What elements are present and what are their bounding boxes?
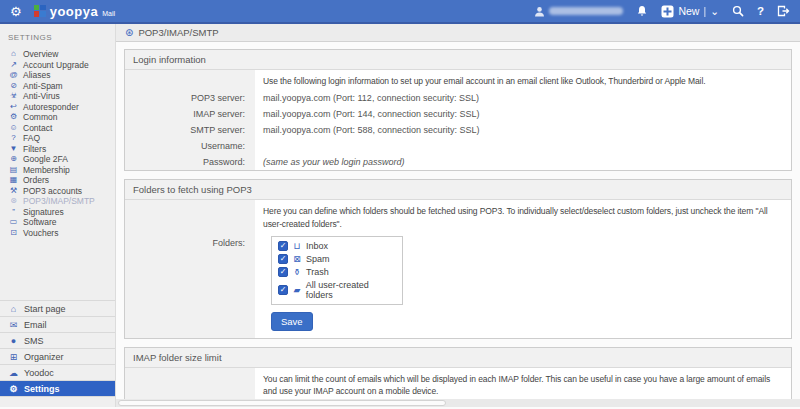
app-item-yoodoc[interactable]: ☁Yoodoc bbox=[0, 365, 115, 381]
sidebar-item-label: Common bbox=[23, 112, 57, 123]
sidebar-item-anti-spam[interactable]: ⊘Anti-Spam bbox=[8, 81, 111, 92]
folder-item-label: Trash bbox=[306, 267, 329, 277]
account-upgrade-icon: ↗ bbox=[8, 60, 19, 71]
folders-save-button[interactable]: Save bbox=[271, 312, 313, 331]
yoodoc-icon: ☁ bbox=[8, 368, 19, 378]
user-email-redacted bbox=[549, 7, 623, 15]
sidebar-item-aliases[interactable]: @Aliases bbox=[8, 70, 111, 81]
sidebar-item-vouchers[interactable]: ⊡Vouchers bbox=[8, 228, 111, 239]
app-item-email[interactable]: ✉Email bbox=[0, 317, 115, 333]
section-title: IMAP folder size limit bbox=[125, 348, 791, 368]
pop3-server-label: POP3 server: bbox=[125, 90, 255, 106]
help-icon[interactable]: ? bbox=[757, 5, 764, 17]
folder-item-inbox: ✓ ⊔ Inbox bbox=[278, 241, 396, 251]
settings-gear-icon[interactable]: ⚙ bbox=[10, 5, 22, 18]
sidebar-item-label: Membership bbox=[23, 165, 70, 176]
app-item-label: Settings bbox=[24, 384, 60, 394]
new-button-label: New bbox=[678, 5, 699, 17]
sidebar-item-label: POP3 accounts bbox=[23, 186, 82, 197]
sidebar-item-label: Software bbox=[23, 217, 57, 228]
label-spacer bbox=[125, 200, 255, 233]
new-divider: | bbox=[703, 5, 706, 17]
anti-spam-icon: ⊘ bbox=[8, 81, 19, 92]
label-spacer bbox=[125, 368, 255, 401]
login-row-imap: IMAP server: mail.yoopya.com (Port: 144,… bbox=[125, 106, 791, 122]
login-intro-text: Use the following login information to s… bbox=[255, 70, 791, 90]
folder-item-label: Inbox bbox=[306, 241, 328, 251]
search-icon[interactable] bbox=[732, 5, 744, 17]
new-button[interactable]: New | ⌄ bbox=[661, 5, 719, 18]
sidebar-item-label: Signatures bbox=[23, 207, 64, 218]
logout-icon[interactable] bbox=[777, 5, 790, 17]
sidebar-item-overview[interactable]: ⌂Overview bbox=[8, 49, 111, 60]
imap-limit-intro-text: You can limit the count of emails which … bbox=[255, 368, 791, 401]
content-area: Login information Use the following logi… bbox=[116, 42, 800, 407]
sidebar-item-label: Anti-Virus bbox=[23, 91, 60, 102]
sidebar-item-faq[interactable]: ?FAQ bbox=[8, 133, 111, 144]
sidebar-item-google-2fa[interactable]: ⊕Google 2FA bbox=[8, 154, 111, 165]
signatures-icon: ” bbox=[8, 207, 19, 218]
brand-logo[interactable]: yoopya Mail bbox=[34, 5, 115, 18]
sidebar-item-signatures[interactable]: ”Signatures bbox=[8, 207, 111, 218]
sidebar-item-label: Account Upgrade bbox=[23, 60, 89, 71]
password-label: Password: bbox=[125, 154, 255, 170]
password-value: (same as your web login password) bbox=[255, 157, 791, 167]
app-item-sms[interactable]: ●SMS bbox=[0, 333, 115, 349]
folders-intro-text: Here you can define which folders should… bbox=[255, 200, 791, 233]
sidebar-item-orders[interactable]: ▦Orders bbox=[8, 175, 111, 186]
sidebar-item-label: Anti-Spam bbox=[23, 81, 63, 92]
horizontal-scrollbar[interactable] bbox=[116, 399, 800, 407]
user-icon bbox=[534, 6, 545, 17]
inbox-checkbox[interactable]: ✓ bbox=[278, 241, 288, 251]
page-title: POP3/IMAP/SMTP bbox=[138, 27, 218, 38]
sidebar-item-pop3-imap-smtp: ⊛POP3/IMAP/SMTP bbox=[8, 196, 111, 207]
top-bar: ⚙ yoopya Mail New | ⌄ ? bbox=[0, 0, 800, 24]
section-folders-fetch: Folders to fetch using POP3 Here you can… bbox=[124, 179, 792, 339]
notifications-bell-icon[interactable] bbox=[636, 5, 648, 17]
sidebar-item-pop3-accounts[interactable]: ⚒POP3 accounts bbox=[8, 186, 111, 197]
folders-listbox: ✓ ⊔ Inbox ✓ ⊠ Spam ✓ ⚱ Trash bbox=[271, 236, 403, 305]
sidebar-item-common[interactable]: ⚙Common bbox=[8, 112, 111, 123]
brand-name: yoopya bbox=[50, 6, 99, 18]
sidebar-item-account-upgrade[interactable]: ↗Account Upgrade bbox=[8, 60, 111, 71]
sidebar-footer-spacer bbox=[0, 397, 115, 407]
all-folders-checkbox[interactable]: ✓ bbox=[278, 285, 288, 295]
app-item-label: Email bbox=[24, 320, 47, 330]
organizer-icon: ⊞ bbox=[8, 352, 19, 362]
app-item-settings[interactable]: ⚙Settings bbox=[0, 381, 115, 397]
folders-label: Folders: bbox=[125, 233, 255, 307]
email-icon: ✉ bbox=[8, 320, 19, 330]
start-page-icon: ⌂ bbox=[8, 304, 19, 314]
google-2fa-icon: ⊕ bbox=[8, 154, 19, 165]
sidebar-item-software[interactable]: ▭Software bbox=[8, 217, 111, 228]
sidebar-item-label: Aliases bbox=[23, 70, 50, 81]
trash-checkbox[interactable]: ✓ bbox=[278, 267, 288, 277]
sidebar-item-contact[interactable]: ☺Contact bbox=[8, 123, 111, 134]
settings-sidebar: SETTINGS ⌂Overview ↗Account Upgrade @Ali… bbox=[0, 24, 116, 407]
folder-item-trash: ✓ ⚱ Trash bbox=[278, 267, 396, 277]
sidebar-item-label: Filters bbox=[23, 144, 46, 155]
pop3-imap-smtp-icon: ⊛ bbox=[125, 27, 133, 38]
folder-item-label: All user-created folders bbox=[306, 280, 396, 300]
faq-icon: ? bbox=[8, 133, 19, 144]
app-item-label: Start page bbox=[24, 304, 66, 314]
user-account-menu[interactable] bbox=[534, 6, 623, 17]
pop3-imap-smtp-icon: ⊛ bbox=[8, 196, 19, 207]
sidebar-item-membership[interactable]: ▤Membership bbox=[8, 165, 111, 176]
sidebar-header: SETTINGS bbox=[0, 24, 115, 49]
horizontal-scrollbar-thumb[interactable] bbox=[118, 400, 446, 406]
app-item-label: Organizer bbox=[24, 352, 64, 362]
sidebar-item-filters[interactable]: ▼Filters bbox=[8, 144, 111, 155]
sidebar-item-anti-virus[interactable]: ☣Anti-Virus bbox=[8, 91, 111, 102]
app-item-start-page[interactable]: ⌂Start page bbox=[0, 301, 115, 317]
sidebar-item-autoresponder[interactable]: ↩Autoresponder bbox=[8, 102, 111, 113]
app-item-organizer[interactable]: ⊞Organizer bbox=[0, 349, 115, 365]
filters-icon: ▼ bbox=[8, 144, 19, 155]
sidebar-item-label: POP3/IMAP/SMTP bbox=[23, 196, 95, 207]
trash-icon: ⚱ bbox=[292, 267, 302, 277]
new-chevron-icon[interactable]: ⌄ bbox=[710, 5, 719, 17]
username-label: Username: bbox=[125, 138, 255, 154]
login-row-pop3: POP3 server: mail.yoopya.com (Port: 112,… bbox=[125, 90, 791, 106]
sidebar-item-label: FAQ bbox=[23, 133, 40, 144]
spam-checkbox[interactable]: ✓ bbox=[278, 254, 288, 264]
